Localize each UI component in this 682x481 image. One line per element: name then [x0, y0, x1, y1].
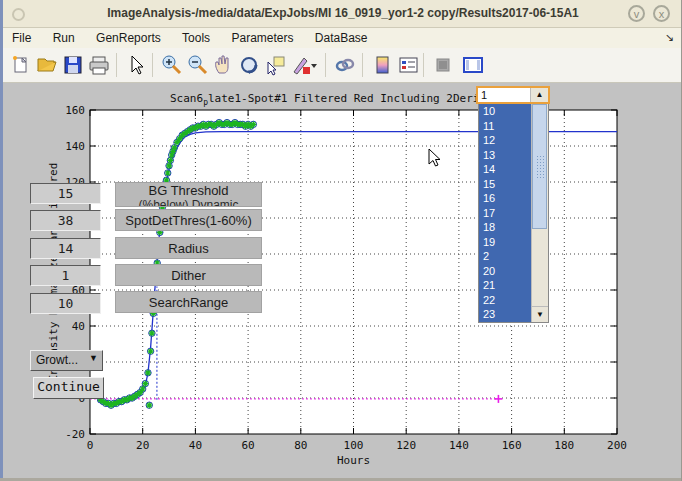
list-item[interactable]: 20: [479, 264, 531, 279]
scrollbar-thumb[interactable]: [532, 104, 547, 229]
scroll-up-icon[interactable]: ▲: [530, 88, 548, 102]
list-scrollbar[interactable]: ▼: [531, 104, 548, 322]
app-window: ImageAnalysis-/media/data/ExpJobs/MI 16_…: [0, 0, 682, 481]
list-item[interactable]: 14: [479, 162, 531, 177]
svg-text:40: 40: [189, 439, 202, 452]
list-item[interactable]: 10: [479, 104, 531, 119]
svg-text:80: 80: [294, 439, 307, 452]
combo-value-input[interactable]: [478, 88, 534, 102]
scroll-down-icon[interactable]: ▼: [532, 306, 548, 322]
list-item[interactable]: 13: [479, 148, 531, 163]
svg-text:20: 20: [136, 439, 149, 452]
list-item[interactable]: 19: [479, 235, 531, 250]
svg-text:120: 120: [396, 439, 416, 452]
searchrange-label-button[interactable]: SearchRange: [115, 291, 262, 313]
mouse-cursor: [428, 148, 442, 168]
spot-selector-combobox: ▲ 10111213141516171819220212223 ▼: [476, 86, 550, 323]
list-item[interactable]: 2: [479, 249, 531, 264]
combo-header[interactable]: ▲: [476, 86, 550, 104]
list-item[interactable]: 15: [479, 177, 531, 192]
growth-mode-dropdown[interactable]: Growt...▼: [30, 350, 103, 371]
list-item[interactable]: 17: [479, 206, 531, 221]
list-item[interactable]: 16: [479, 191, 531, 206]
searchrange-field[interactable]: [30, 293, 101, 314]
list-item[interactable]: 18: [479, 220, 531, 235]
list-item[interactable]: 12: [479, 133, 531, 148]
svg-text:100: 100: [344, 439, 364, 452]
svg-text:180: 180: [554, 439, 574, 452]
svg-text:140: 140: [65, 140, 85, 153]
plot-title: Scan6plate1-Spot#1 Filtered Red Includin…: [170, 92, 519, 107]
dither-field[interactable]: [30, 265, 101, 286]
radius-label-button[interactable]: Radius: [115, 237, 262, 259]
svg-text:0: 0: [87, 439, 94, 452]
svg-text:60: 60: [241, 439, 254, 452]
combo-open-list: 10111213141516171819220212223 ▼: [478, 104, 549, 323]
radius-field[interactable]: [30, 238, 101, 259]
svg-text:40: 40: [72, 320, 85, 333]
list-item[interactable]: 11: [479, 119, 531, 134]
svg-text:140: 140: [449, 439, 469, 452]
bg-threshold-label-button[interactable]: BG Threshold (%below) Dynamic: [115, 182, 262, 207]
continue-button[interactable]: Continue: [33, 377, 104, 399]
svg-text:200: 200: [607, 439, 627, 452]
svg-text:160: 160: [65, 104, 85, 117]
growth-plot: 020406080100120140160180200-200204060801…: [0, 0, 682, 481]
dither-label-button[interactable]: Dither: [115, 264, 262, 286]
spotdetthres-label-button[interactable]: SpotDetThres(1-60%): [115, 209, 262, 231]
svg-text:Hours: Hours: [337, 454, 370, 467]
list-item[interactable]: 23: [479, 307, 531, 322]
svg-text:-20: -20: [65, 428, 85, 441]
combo-items: 10111213141516171819220212223: [479, 104, 531, 322]
chevron-down-icon: ▼: [89, 353, 98, 363]
bg-threshold-field[interactable]: [30, 183, 101, 204]
window-left-border: [0, 0, 3, 481]
svg-text:160: 160: [502, 439, 522, 452]
list-item[interactable]: 22: [479, 293, 531, 308]
list-item[interactable]: 21: [479, 278, 531, 293]
spotdetthres-field[interactable]: [30, 210, 101, 231]
